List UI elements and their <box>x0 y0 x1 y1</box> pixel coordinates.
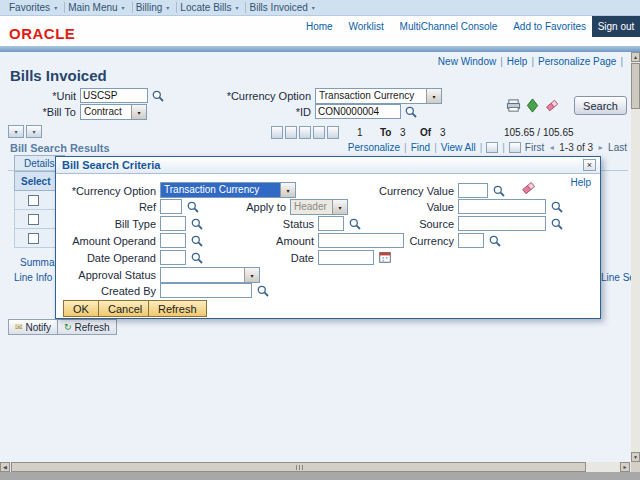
status-input[interactable] <box>318 216 344 231</box>
zoom-icon[interactable] <box>271 126 283 139</box>
ref-input[interactable] <box>160 199 182 214</box>
breadcrumb-item-billing[interactable]: Billing▾ <box>133 2 178 13</box>
currency-input[interactable] <box>458 233 484 248</box>
currency-label: Currency <box>356 235 454 247</box>
amount-operand-label: Amount Operand <box>56 235 156 247</box>
currency-value-input[interactable] <box>458 183 488 198</box>
scroll-right-icon[interactable]: ► <box>620 462 630 472</box>
notify-label: Notify <box>26 322 52 333</box>
new-window-link[interactable]: New Window <box>438 56 507 67</box>
find-link[interactable]: Find <box>411 142 430 153</box>
view-all-link[interactable]: View All <box>441 142 476 153</box>
breadcrumb-item-favorites[interactable]: Favorites▾ <box>6 2 65 13</box>
created-by-lookup-icon[interactable] <box>256 284 270 298</box>
date-input[interactable] <box>318 250 374 265</box>
clear-icon[interactable] <box>544 97 560 113</box>
vertical-scrollbar: ▲ ▼ <box>631 52 640 462</box>
scroll-down-icon[interactable]: ▼ <box>631 452 640 462</box>
bill-type-lookup-icon[interactable] <box>190 217 204 231</box>
refresh-button[interactable]: ↻ Refresh <box>57 319 117 335</box>
bill-to-select[interactable]: Contract ▾ <box>80 104 147 120</box>
apply-to-value: Header <box>291 200 332 214</box>
add-to-favorites-link[interactable]: Add to Favorites <box>513 21 586 32</box>
grid-menu-icon[interactable]: ▾ <box>8 125 24 138</box>
separator <box>404 142 407 153</box>
value-lookup-icon[interactable] <box>550 200 564 214</box>
approval-status-select[interactable]: ▾ <box>160 267 260 283</box>
search-button[interactable]: Search <box>574 96 627 115</box>
breadcrumb-item-bills-invoiced[interactable]: Bills Invoiced▾ <box>246 2 321 13</box>
row-checkbox[interactable] <box>28 195 39 206</box>
oracle-logo: ORACLE <box>9 25 75 42</box>
breadcrumb-item-locate-bills[interactable]: Locate Bills▾ <box>177 2 246 13</box>
date-operand-label: Date Operand <box>56 252 156 264</box>
row-checkbox[interactable] <box>28 214 39 225</box>
source-input[interactable] <box>458 216 546 231</box>
bill-search-criteria-dialog: Bill Search Criteria × Help *Currency Op… <box>55 156 601 319</box>
dropdown-arrow-icon: ▾ <box>131 105 146 119</box>
amount-operand-input[interactable] <box>160 233 186 248</box>
calendar-icon[interactable] <box>378 250 392 264</box>
close-icon[interactable]: × <box>583 159 596 171</box>
date-operand-lookup-icon[interactable] <box>190 251 204 265</box>
date-operand-input[interactable] <box>160 250 186 265</box>
id-input[interactable] <box>315 104 401 119</box>
next-page-icon[interactable]: ► <box>597 144 604 151</box>
popout-grid-icon[interactable] <box>327 126 339 139</box>
envelope-icon: ✉ <box>15 322 23 332</box>
horizontal-scroll-thumb[interactable] <box>11 462 586 472</box>
notify-button[interactable]: ✉ Notify <box>8 319 58 335</box>
vertical-scroll-thumb[interactable] <box>631 63 640 109</box>
unit-input[interactable] <box>80 88 148 103</box>
scroll-left-icon[interactable]: ◀ <box>0 462 10 472</box>
tab-line-info[interactable]: Line Info 1 <box>14 272 61 283</box>
header-nav: Home Worklist MultiChannel Console Add t… <box>293 21 586 32</box>
download-icon[interactable] <box>486 142 498 153</box>
ref-lookup-icon[interactable] <box>186 200 200 214</box>
unit-lookup-icon[interactable] <box>151 89 165 103</box>
multichannel-console-link[interactable]: MultiChannel Console <box>400 21 498 32</box>
sign-out-button[interactable]: Sign out <box>592 16 640 37</box>
dialog-refresh-button[interactable]: Refresh <box>148 300 207 317</box>
breadcrumb-item-main-menu[interactable]: Main Menu▾ <box>65 2 132 13</box>
dialog-help-link[interactable]: Help <box>570 177 591 188</box>
apply-to-label: Apply to <box>206 201 286 213</box>
last-link[interactable]: Last <box>608 142 627 153</box>
bill-type-input[interactable] <box>160 216 186 231</box>
amount-label: Amount <box>226 235 314 247</box>
modal-currency-option-select[interactable]: Transaction Currency ▾ <box>160 182 296 198</box>
id-lookup-icon[interactable] <box>404 105 418 119</box>
value-input[interactable] <box>458 199 546 214</box>
id-label: *ID <box>240 106 311 118</box>
source-lookup-icon[interactable] <box>550 217 564 231</box>
clear-currency-icon[interactable] <box>520 179 537 196</box>
first-link[interactable]: First <box>525 142 544 153</box>
results-grid: Select <box>14 171 61 248</box>
breadcrumb-label: Main Menu <box>68 2 117 13</box>
row-checkbox[interactable] <box>28 233 39 244</box>
personalize-grid-icon[interactable] <box>299 126 311 139</box>
download-to-excel-icon[interactable] <box>285 126 297 139</box>
zoom-grid-icon[interactable] <box>509 142 521 153</box>
currency-value-lookup-icon[interactable] <box>492 184 506 198</box>
table-row <box>14 191 61 210</box>
currency-lookup-icon[interactable] <box>488 234 502 248</box>
scroll-up-icon[interactable]: ▲ <box>631 52 640 62</box>
created-by-input[interactable] <box>160 283 252 298</box>
personalize-link[interactable]: Personalize <box>348 142 400 153</box>
chevron-down-icon: ▾ <box>54 5 57 11</box>
home-link[interactable]: Home <box>306 21 333 32</box>
row-count: 3 <box>440 127 446 138</box>
print-icon[interactable] <box>506 98 521 113</box>
ok-button[interactable]: OK <box>63 300 99 317</box>
worklist-link[interactable]: Worklist <box>348 21 383 32</box>
cancel-button[interactable]: Cancel <box>98 300 152 317</box>
table-row <box>14 229 61 248</box>
amount-operand-lookup-icon[interactable] <box>190 234 204 248</box>
expand-grid-icon[interactable] <box>313 126 325 139</box>
help-link[interactable]: Help <box>507 56 538 67</box>
export-icon[interactable] <box>525 98 540 113</box>
currency-option-select[interactable]: Transaction Currency ▾ <box>315 88 442 104</box>
personalize-page-link[interactable]: Personalize Page <box>538 56 627 67</box>
grid-menu-icon-2[interactable]: ▾ <box>26 125 42 138</box>
